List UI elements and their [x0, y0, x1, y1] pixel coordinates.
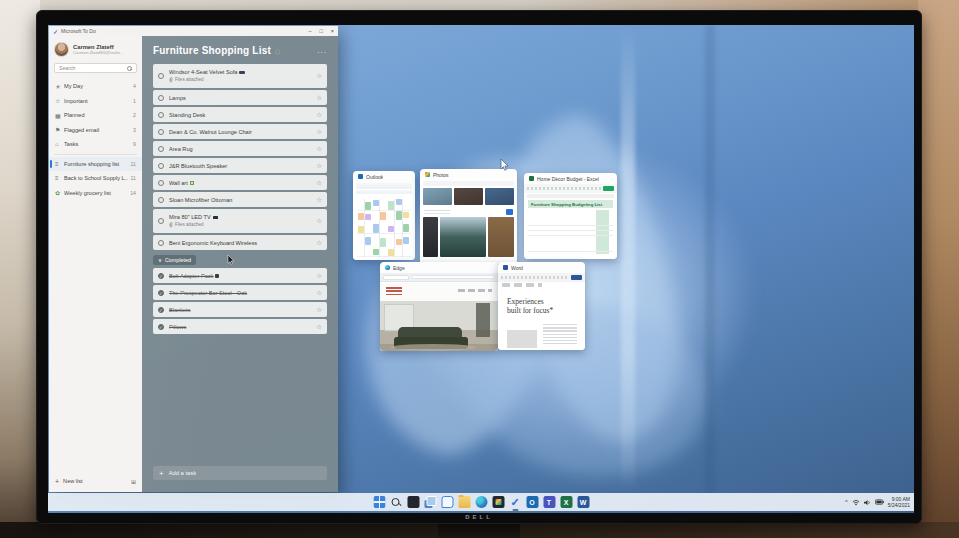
word-window-thumbnail[interactable]: Word Experiences built for focus* [498, 262, 585, 350]
widgets-button[interactable] [407, 496, 419, 508]
word-button[interactable]: W [577, 496, 589, 508]
favorite-star-icon[interactable]: ☆ [316, 272, 322, 280]
favorite-star-icon[interactable]: ☆ [316, 128, 322, 136]
task-label: Lamps [169, 95, 312, 101]
calendar-event [358, 226, 364, 233]
sidebar-item-important[interactable]: ☆Important1 [49, 94, 142, 109]
checkbox-unchecked[interactable] [158, 240, 164, 246]
clock[interactable]: 9:00 AM 5/24/2021 [888, 496, 910, 508]
checkbox-unchecked[interactable] [158, 129, 164, 135]
task-row[interactable]: ✓The Prospector Bar Stool - Oak☆ [153, 285, 327, 300]
task-row[interactable]: ✓Bolt Adapter Pack☆ [153, 268, 327, 283]
close-button[interactable]: × [331, 28, 334, 34]
sidebar-item-tasks[interactable]: ⌂Tasks9 [49, 137, 142, 152]
search-button-icon [390, 496, 402, 508]
favorite-star-icon[interactable]: ☆ [316, 289, 322, 297]
task-view-button[interactable] [424, 496, 436, 508]
edge-button-icon [475, 496, 487, 508]
account-menu[interactable]: Carmen Zlateff Carmen.Zlateff00@outlo... [49, 40, 142, 61]
excel-button[interactable]: X [560, 496, 572, 508]
checkbox-unchecked[interactable] [158, 73, 164, 79]
add-task-button[interactable]: + Add a task [153, 466, 327, 480]
maximize-button[interactable]: □ [319, 28, 322, 34]
todo-button[interactable]: ✓ [509, 496, 521, 508]
teams-button[interactable]: T [543, 496, 555, 508]
task-row[interactable]: Wall art☆ [153, 175, 327, 190]
task-label: The Prospector Bar Stool - Oak [169, 290, 312, 296]
sidebar-item-back-to-school-supply-l[interactable]: ≡Back to School Supply L...11 [49, 171, 142, 186]
create-group-icon[interactable]: ⊞ [131, 478, 136, 485]
checkbox-checked[interactable]: ✓ [158, 290, 164, 296]
new-list-button[interactable]: + New list ⊞ [49, 475, 142, 487]
favorite-star-icon[interactable]: ☆ [316, 306, 322, 314]
favorite-star-icon[interactable]: ☆ [316, 196, 322, 204]
edge-window-thumbnail[interactable]: Edge [380, 262, 498, 351]
checkbox-unchecked[interactable] [158, 180, 164, 186]
task-row[interactable]: ✓Pillows☆ [153, 319, 327, 334]
task-row[interactable]: J&R Bluetooth Speaker☆ [153, 158, 327, 173]
rug [390, 344, 476, 351]
checkbox-unchecked[interactable] [158, 218, 164, 224]
favorite-star-icon[interactable]: ☆ [316, 94, 322, 102]
sidebar-item-my-day[interactable]: ☀My Day4 [49, 79, 142, 94]
wifi-icon[interactable] [852, 499, 860, 506]
file-explorer-button[interactable] [458, 496, 470, 508]
favorite-star-icon[interactable]: ☆ [316, 239, 322, 247]
favorite-star-icon[interactable]: ☆ [316, 323, 322, 331]
excel-window-thumbnail[interactable]: Home Décor Budget - Excel Furniture Shop… [524, 173, 617, 259]
search-button[interactable] [390, 496, 402, 508]
minimize-button[interactable]: – [308, 28, 311, 34]
outlook-window-thumbnail[interactable]: Outlook [353, 171, 415, 260]
favorite-star-icon[interactable]: ☆ [316, 217, 322, 225]
photo-tile[interactable] [454, 188, 483, 205]
chat-button[interactable] [441, 496, 453, 508]
sidebar-item-planned[interactable]: ▦Planned2 [49, 108, 142, 123]
sidebar-item-flagged-email[interactable]: ⚑Flagged email3 [49, 123, 142, 138]
checkbox-unchecked[interactable] [158, 112, 164, 118]
task-row[interactable]: ✓Blankets☆ [153, 302, 327, 317]
task-row[interactable]: Lamps☆ [153, 90, 327, 105]
photos-button[interactable] [492, 496, 504, 508]
checkbox-unchecked[interactable] [158, 197, 164, 203]
favorite-star-icon[interactable]: ☆ [316, 145, 322, 153]
start-button[interactable] [373, 496, 385, 508]
checkbox-checked[interactable]: ✓ [158, 307, 164, 313]
task-label: Pillows [169, 324, 312, 330]
tray-chevron-icon[interactable]: ^ [845, 499, 848, 505]
task-row[interactable]: Mira 80" LED TVFiles attached☆ [153, 209, 327, 233]
checkbox-checked[interactable]: ✓ [158, 273, 164, 279]
task-row[interactable]: Beni Ergonomic Keyboard Wireless☆ [153, 235, 327, 250]
task-row[interactable]: Area Rug☆ [153, 141, 327, 156]
task-label: Blankets [169, 307, 312, 313]
photos-window-thumbnail[interactable]: Photos [420, 169, 517, 264]
edge-button[interactable] [475, 496, 487, 508]
favorite-star-icon[interactable]: ☆ [316, 72, 322, 80]
favorite-star-icon[interactable]: ☆ [316, 179, 322, 187]
search-input[interactable]: Search [54, 63, 137, 73]
photo-tile[interactable] [440, 217, 486, 257]
photo-tile[interactable] [423, 217, 438, 257]
completed-section-toggle[interactable]: ∨ Completed [153, 255, 196, 265]
task-label: J&R Bluetooth Speaker [169, 163, 312, 169]
sidebar-item-weekly-grocery-list[interactable]: ✿Weekly grocery list14 [49, 186, 142, 201]
sidebar-item-furniture-shopping-list[interactable]: ≡Furniture shopping list11 [49, 157, 142, 172]
avatar [54, 42, 69, 57]
photo-tile[interactable] [485, 188, 514, 205]
task-row[interactable]: Standing Desk☆ [153, 107, 327, 122]
task-text: Dean & Co. Walnut Lounge Chair [169, 129, 312, 135]
checkbox-checked[interactable]: ✓ [158, 324, 164, 330]
task-row[interactable]: Dean & Co. Walnut Lounge Chair☆ [153, 124, 327, 139]
task-row[interactable]: Windsor 4-Seat Velvet SofaFiles attached… [153, 64, 327, 88]
volume-icon[interactable] [864, 499, 871, 506]
list-options-button[interactable]: ... [317, 49, 327, 53]
photo-tile[interactable] [423, 188, 452, 205]
photo-tile[interactable] [488, 217, 514, 257]
checkbox-unchecked[interactable] [158, 146, 164, 152]
favorite-star-icon[interactable]: ☆ [316, 162, 322, 170]
checkbox-unchecked[interactable] [158, 163, 164, 169]
favorite-star-icon[interactable]: ☆ [316, 111, 322, 119]
task-row[interactable]: Sloan Microfiber Ottoman☆ [153, 192, 327, 207]
checkbox-unchecked[interactable] [158, 95, 164, 101]
outlook-button[interactable]: O [526, 496, 538, 508]
battery-icon[interactable] [875, 499, 884, 505]
